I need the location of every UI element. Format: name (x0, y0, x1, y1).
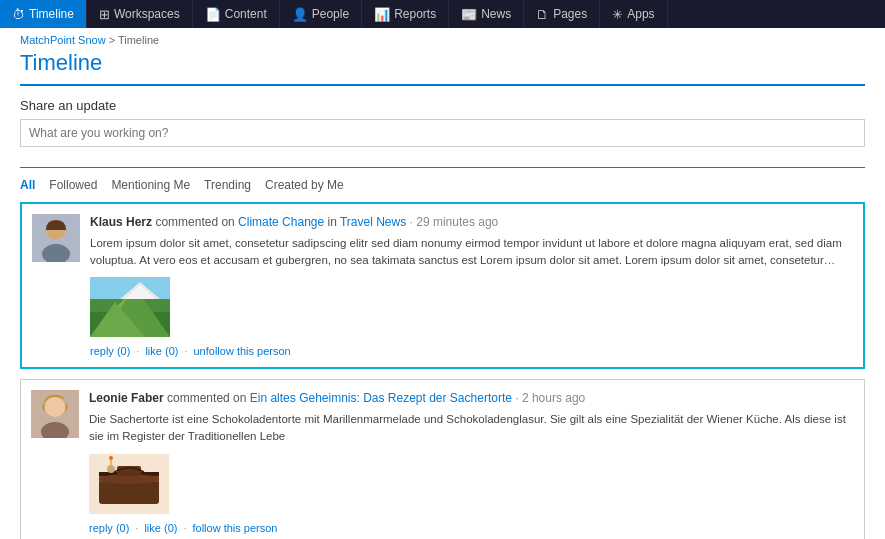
share-label: Share an update (20, 98, 865, 113)
breadcrumb-root[interactable]: MatchPoint Snow (20, 34, 106, 46)
post-actions: reply (0)·like (0)·follow this person (89, 522, 854, 534)
post-body: Die Sachertorte ist eine Schokoladentort… (89, 411, 854, 446)
nav-label-people: People (312, 7, 349, 21)
action-separator: · (136, 345, 139, 357)
nav-item-news[interactable]: 📰News (449, 0, 524, 28)
action-separator: · (184, 345, 187, 357)
post-header: Klaus Herz commented on Climate Change i… (90, 214, 853, 231)
post-time: · 2 hours ago (515, 391, 585, 405)
share-section: Share an update (0, 98, 885, 157)
nav-item-reports[interactable]: 📊Reports (362, 0, 449, 28)
title-separator (20, 84, 865, 86)
post-action-like[interactable]: like (0) (145, 345, 178, 357)
nav-label-timeline: Timeline (29, 7, 74, 21)
post-image[interactable] (89, 454, 169, 514)
filter-tab-all[interactable]: All (20, 178, 35, 192)
svg-point-13 (45, 397, 65, 417)
post-card-post2: Leonie Faber commented on Ein altes Gehe… (20, 379, 865, 539)
filter-tab-created-by-me[interactable]: Created by Me (265, 178, 344, 192)
post-card-post1: Klaus Herz commented on Climate Change i… (20, 202, 865, 369)
post-action: commented on (167, 391, 246, 405)
post-image[interactable] (90, 277, 170, 337)
action-separator: · (183, 522, 186, 534)
timeline-icon: ⏱ (12, 7, 25, 22)
nav-item-timeline[interactable]: ⏱Timeline (0, 0, 87, 28)
channel-link[interactable]: Travel News (340, 215, 406, 229)
share-separator (20, 167, 865, 168)
share-input[interactable] (20, 119, 865, 147)
post-author[interactable]: Klaus Herz (90, 215, 152, 229)
post-action: commented on (155, 215, 234, 229)
avatar (31, 390, 79, 438)
post-link[interactable]: Ein altes Geheimnis: Das Rezept der Sach… (250, 391, 512, 405)
reports-icon: 📊 (374, 7, 390, 22)
svg-point-21 (107, 465, 115, 473)
nav-item-people[interactable]: 👤People (280, 0, 362, 28)
post-action-follow[interactable]: follow this person (192, 522, 277, 534)
nav-item-pages[interactable]: 🗋Pages (524, 0, 600, 28)
nav-label-news: News (481, 7, 511, 21)
filter-tab-mentioning-me[interactable]: Mentioning Me (111, 178, 190, 192)
breadcrumb-current: Timeline (118, 34, 159, 46)
nav-label-pages: Pages (553, 7, 587, 21)
filter-tabs: AllFollowedMentioning MeTrendingCreated … (0, 178, 885, 202)
post-time: · 29 minutes ago (410, 215, 499, 229)
post-action-reply[interactable]: reply (0) (90, 345, 130, 357)
post-content: Leonie Faber commented on Ein altes Gehe… (89, 390, 854, 533)
post-link[interactable]: Climate Change (238, 215, 324, 229)
post-action-reply[interactable]: reply (0) (89, 522, 129, 534)
pages-icon: 🗋 (536, 7, 549, 22)
action-separator: · (135, 522, 138, 534)
post-header: Leonie Faber commented on Ein altes Gehe… (89, 390, 854, 407)
post-action-like[interactable]: like (0) (144, 522, 177, 534)
nav-item-apps[interactable]: ✳Apps (600, 0, 667, 28)
nav-label-apps: Apps (627, 7, 654, 21)
nav-label-workspaces: Workspaces (114, 7, 180, 21)
nav-label-reports: Reports (394, 7, 436, 21)
workspaces-icon: ⊞ (99, 7, 110, 22)
filter-tab-followed[interactable]: Followed (49, 178, 97, 192)
nav-label-content: Content (225, 7, 267, 21)
apps-icon: ✳ (612, 7, 623, 22)
nav-item-workspaces[interactable]: ⊞Workspaces (87, 0, 193, 28)
content-icon: 📄 (205, 7, 221, 22)
post-actions: reply (0)·like (0)·unfollow this person (90, 345, 853, 357)
post-action-unfollow[interactable]: unfollow this person (193, 345, 290, 357)
page-title: Timeline (0, 48, 885, 84)
nav-item-content[interactable]: 📄Content (193, 0, 280, 28)
post-author[interactable]: Leonie Faber (89, 391, 164, 405)
feed: ⋮ Klaus Herz commented on Climate Change… (0, 202, 885, 539)
people-icon: 👤 (292, 7, 308, 22)
news-icon: 📰 (461, 7, 477, 22)
breadcrumb: MatchPoint Snow > Timeline (0, 28, 885, 48)
avatar (32, 214, 80, 262)
filter-tab-trending[interactable]: Trending (204, 178, 251, 192)
channel-pre: in (328, 215, 337, 229)
svg-point-23 (109, 456, 113, 460)
top-nav: ⏱Timeline⊞Workspaces📄Content👤People📊Repo… (0, 0, 885, 28)
post-body: Lorem ipsum dolor sit amet, consetetur s… (90, 235, 853, 270)
post-content: Klaus Herz commented on Climate Change i… (90, 214, 853, 357)
